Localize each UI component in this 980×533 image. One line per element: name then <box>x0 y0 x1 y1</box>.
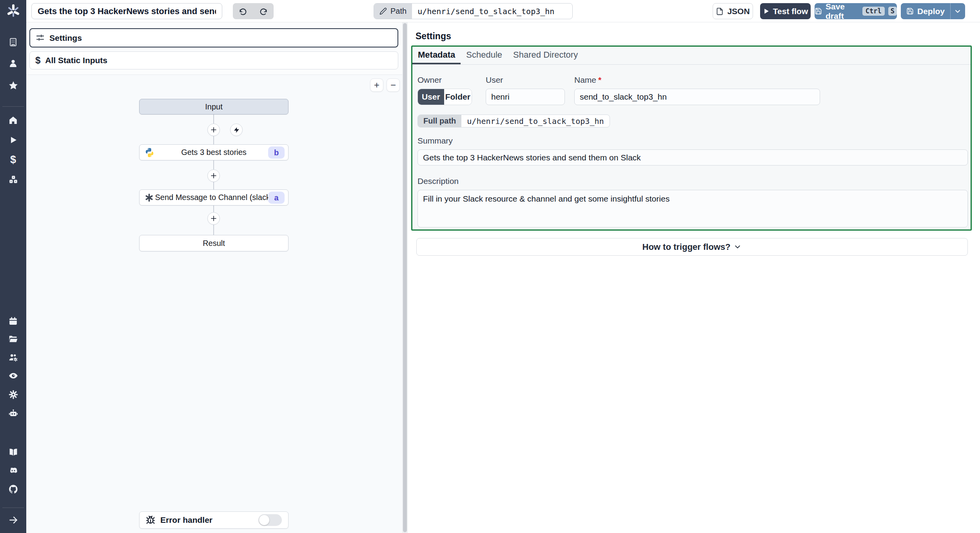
eye-icon <box>8 371 18 381</box>
building-icon <box>8 37 18 47</box>
full-path-chip[interactable]: Full path u/henri/send_to_slack_top3_hn <box>417 115 610 127</box>
node-label: Gets 3 best stories <box>181 148 247 157</box>
tab-shared-directory[interactable]: Shared Directory <box>508 47 583 64</box>
discord-icon <box>8 466 18 476</box>
summary-label: Summary <box>417 136 965 145</box>
summary-input[interactable] <box>417 149 968 166</box>
sidebar-expand-button[interactable] <box>0 513 26 527</box>
play-icon <box>763 8 769 15</box>
add-step-button[interactable] <box>207 212 220 225</box>
name-input[interactable] <box>574 89 820 105</box>
sidebar-item-variables[interactable]: $ <box>0 153 26 167</box>
flow-summary-input[interactable] <box>31 3 222 19</box>
home-icon <box>8 115 18 125</box>
folder-icon <box>8 334 18 344</box>
zoom-in-button[interactable]: + <box>370 78 383 92</box>
required-mark: * <box>598 75 601 84</box>
sidebar-item-favorites[interactable] <box>0 78 26 93</box>
sidebar-divider <box>2 106 24 107</box>
path-widget[interactable]: Path u/henri/send_to_slack_top3_hn <box>374 3 573 19</box>
error-handler-toggle[interactable] <box>258 514 282 526</box>
toggle-knob <box>259 515 269 525</box>
panel-scrollbar <box>402 22 408 533</box>
redo-icon <box>259 7 268 16</box>
sidebar-item-discord[interactable] <box>0 464 26 478</box>
app-sidebar: $ <box>0 0 26 533</box>
user-input[interactable] <box>486 89 565 105</box>
sidebar-item-runs[interactable] <box>0 133 26 147</box>
path-label-section: Path <box>374 4 412 19</box>
sidebar-item-workers[interactable] <box>0 351 26 365</box>
sidebar-item-resources[interactable] <box>0 173 26 187</box>
flow-settings-label: Settings <box>49 33 82 43</box>
flow-node-input[interactable]: Input <box>139 99 289 115</box>
flow-node-result[interactable]: Result <box>139 235 289 251</box>
chevron-down-icon <box>954 7 962 15</box>
all-static-inputs-label: All Static Inputs <box>45 56 107 65</box>
dollar-icon: $ <box>10 155 16 165</box>
sidebar-item-folders[interactable] <box>0 332 26 346</box>
deploy-label: Deploy <box>917 7 945 16</box>
add-step-button[interactable] <box>207 169 220 182</box>
kbd-ctrl: Ctrl <box>862 7 885 16</box>
sidebar-item-schedules[interactable] <box>0 314 26 328</box>
path-label: Path <box>390 7 407 16</box>
error-handler-item[interactable]: Error handler <box>139 511 289 529</box>
flow-settings-item[interactable]: Settings <box>29 28 398 47</box>
github-icon <box>8 484 18 494</box>
settings-selected-container: Metadata Schedule Shared Directory Owner… <box>411 45 972 231</box>
redo-button[interactable] <box>253 3 274 19</box>
owner-option-user[interactable]: User <box>418 89 444 105</box>
node-label: Result <box>203 239 225 248</box>
plus-icon <box>210 126 217 133</box>
sidebar-item-workspace[interactable] <box>0 35 26 49</box>
test-flow-button[interactable]: Test flow <box>760 3 811 19</box>
all-static-inputs-item[interactable]: $ All Static Inputs <box>29 51 398 69</box>
file-json-icon <box>716 7 724 15</box>
undo-button[interactable] <box>233 3 253 19</box>
settings-tabs: Metadata Schedule Shared Directory <box>412 47 971 65</box>
chevron-down-icon <box>733 243 742 251</box>
bug-icon <box>146 515 155 525</box>
node-label: Send Message to Channel (slack) <box>155 193 272 202</box>
deploy-button[interactable]: Deploy <box>901 3 950 19</box>
save-icon <box>906 7 914 15</box>
flow-node-step-b[interactable]: Gets 3 best stories b <box>139 144 289 160</box>
sidebar-item-docs[interactable] <box>0 445 26 459</box>
gear-icon <box>8 389 18 400</box>
flow-node-step-a[interactable]: Send Message to Channel (slack) a <box>139 189 289 206</box>
description-textarea[interactable] <box>417 190 968 227</box>
dollar-icon: $ <box>35 56 40 65</box>
add-step-button[interactable] <box>207 124 220 136</box>
step-id-badge: b <box>268 146 285 158</box>
full-path-label: Full path <box>418 115 461 127</box>
zoom-out-button[interactable]: − <box>387 78 400 92</box>
tab-schedule[interactable]: Schedule <box>461 47 508 64</box>
plus-icon <box>210 172 217 179</box>
sidebar-item-ai[interactable] <box>0 406 26 420</box>
windmill-logo[interactable] <box>6 4 21 18</box>
slack-icon <box>144 193 154 202</box>
trigger-shortcut-button[interactable] <box>230 124 243 136</box>
json-button[interactable]: JSON <box>713 3 753 19</box>
tab-metadata[interactable]: Metadata <box>412 47 461 64</box>
owner-label: Owner <box>417 75 486 84</box>
lightning-icon <box>233 127 240 133</box>
save-draft-button[interactable]: Save draft Ctrl S <box>815 3 897 19</box>
owner-kind-toggle: User Folder <box>417 89 472 105</box>
sidebar-item-settings[interactable] <box>0 387 26 402</box>
scrollbar-thumb[interactable] <box>403 23 407 532</box>
zoom-in-glyph: + <box>374 80 379 90</box>
sidebar-item-audit-logs[interactable] <box>0 369 26 383</box>
sliders-icon <box>36 33 45 42</box>
python-icon <box>144 147 155 158</box>
sidebar-item-user[interactable] <box>0 56 26 70</box>
owner-option-folder[interactable]: Folder <box>444 89 472 105</box>
sidebar-item-home[interactable] <box>0 113 26 127</box>
how-to-trigger-flows-button[interactable]: How to trigger flows? <box>416 238 968 256</box>
canvas-divider <box>26 75 402 75</box>
sidebar-item-github[interactable] <box>0 482 26 496</box>
error-handler-label: Error handler <box>160 515 212 525</box>
deploy-dropdown-button[interactable] <box>951 3 965 19</box>
zoom-out-glyph: − <box>390 80 396 90</box>
